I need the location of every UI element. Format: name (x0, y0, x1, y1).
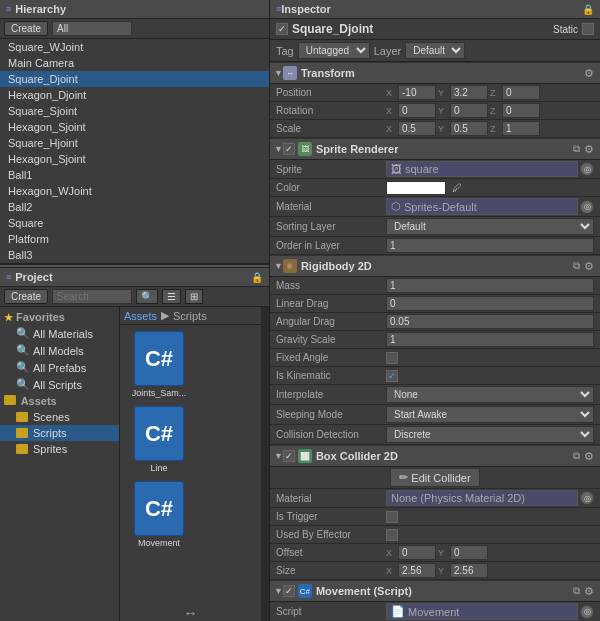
fixed-angle-checkbox[interactable] (386, 352, 398, 364)
used-by-effector-checkbox[interactable] (386, 529, 398, 541)
script-select-button[interactable]: ◎ (580, 605, 594, 619)
movement-script-copy-button[interactable]: ⧉ (571, 585, 582, 597)
color-picker-button[interactable]: 🖊 (450, 182, 464, 193)
order-input[interactable] (386, 238, 594, 253)
is-kinematic-checkbox[interactable] (386, 370, 398, 382)
is-trigger-checkbox[interactable] (386, 511, 398, 523)
object-active-checkbox[interactable] (276, 23, 288, 35)
angular-drag-row: Angular Drag (270, 313, 600, 331)
list-item[interactable]: Square_Djoint (0, 71, 269, 87)
list-item[interactable]: Platform (0, 231, 269, 247)
transform-header[interactable]: ▼ ↔ Transform ⚙ (270, 62, 600, 84)
layout-button[interactable]: ☰ (162, 289, 181, 304)
list-item[interactable]: Square (0, 215, 269, 231)
size-y-input[interactable] (450, 563, 488, 578)
list-item[interactable]: Ball2 (0, 199, 269, 215)
offset-y-input[interactable] (450, 545, 488, 560)
all-scripts-item[interactable]: 🔍 All Scripts (0, 376, 119, 393)
sprite-renderer-copy-button[interactable]: ⧉ (571, 143, 582, 155)
list-item[interactable]: Hexagon_Sjoint (0, 119, 269, 135)
asset-item[interactable]: C# Joints_Sam... (124, 329, 194, 400)
sorting-layer-dropdown[interactable]: Default (386, 218, 594, 235)
scale-y-input[interactable] (450, 121, 488, 136)
project-content: C# Joints_Sam... C# Line C# Movement (120, 325, 261, 621)
collision-dropdown[interactable]: Discrete (386, 426, 594, 443)
box-collider2d-icon: ⬜ (298, 449, 312, 463)
tag-dropdown[interactable]: Untagged (298, 42, 370, 59)
interpolate-dropdown[interactable]: None (386, 386, 594, 403)
transform-icon: ↔ (283, 66, 297, 80)
sprite-select-button[interactable]: ◎ (580, 162, 594, 176)
sprites-item[interactable]: Sprites (0, 441, 119, 457)
scale-z-input[interactable] (502, 121, 540, 136)
box-collider2d-copy-button[interactable]: ⧉ (571, 450, 582, 462)
list-item[interactable]: Square_WJoint (0, 39, 269, 55)
transform-gear-button[interactable]: ⚙ (582, 67, 596, 80)
rigidbody2d-gear-button[interactable]: ⚙ (582, 260, 596, 273)
list-item[interactable]: Hexagon_Sjoint (0, 151, 269, 167)
scenes-item[interactable]: Scenes (0, 409, 119, 425)
sleeping-mode-dropdown[interactable]: Start Awake (386, 406, 594, 423)
rigidbody2d-copy-button[interactable]: ⧉ (571, 260, 582, 272)
position-x-input[interactable] (398, 85, 436, 100)
project-search-input[interactable] (52, 289, 132, 304)
favorites-section: ★ Favorites (0, 309, 119, 325)
linear-drag-input[interactable] (386, 296, 594, 311)
position-z-input[interactable] (502, 85, 540, 100)
all-models-item[interactable]: 🔍 All Models (0, 342, 119, 359)
assets-section: Assets (0, 393, 119, 409)
list-item[interactable]: Hexagon_Djoint (0, 87, 269, 103)
inspector-lock-icon[interactable]: 🔒 (582, 4, 594, 15)
rigidbody2d-header[interactable]: ▼ ⚛ Rigidbody 2D ⧉ ⚙ (270, 255, 600, 277)
position-y-input[interactable] (450, 85, 488, 100)
horizontal-resize-handle[interactable]: ↔ (184, 605, 198, 621)
sprite-renderer-active[interactable] (283, 143, 295, 155)
color-swatch[interactable] (386, 181, 446, 195)
search-button[interactable]: 🔍 (136, 289, 158, 304)
movement-script-active[interactable] (283, 585, 295, 597)
static-checkbox[interactable] (582, 23, 594, 35)
script-row: Script 📄 Movement ◎ (270, 602, 600, 621)
position-row: Position X Y Z (270, 84, 600, 102)
columns-button[interactable]: ⊞ (185, 289, 203, 304)
edit-collider-button[interactable]: ✏ Edit Collider (390, 468, 479, 487)
movement-script-header[interactable]: ▼ C# Movement (Script) ⧉ ⚙ (270, 580, 600, 602)
box-collider2d-gear-button[interactable]: ⚙ (582, 450, 596, 463)
gravity-scale-input[interactable] (386, 332, 594, 347)
movement-script-gear-button[interactable]: ⚙ (582, 585, 596, 598)
asset-item[interactable]: C# Movement (124, 479, 194, 550)
collider-material-select-button[interactable]: ◎ (580, 491, 594, 505)
collider-material-label: Material (276, 493, 386, 504)
all-materials-item[interactable]: 🔍 All Materials (0, 325, 119, 342)
material-select-button[interactable]: ◎ (580, 200, 594, 214)
layer-dropdown[interactable]: Default (405, 42, 465, 59)
asset-item[interactable]: C# Line (124, 404, 194, 475)
hierarchy-create-button[interactable]: Create (4, 21, 48, 36)
hierarchy-search-input[interactable] (52, 21, 132, 36)
all-prefabs-item[interactable]: 🔍 All Prefabs (0, 359, 119, 376)
box-collider-active[interactable] (283, 450, 295, 462)
project-create-button[interactable]: Create (4, 289, 48, 304)
list-item[interactable]: Hexagon_WJoint (0, 183, 269, 199)
rotation-x-input[interactable] (398, 103, 436, 118)
rotation-z-input[interactable] (502, 103, 540, 118)
lock-icon[interactable]: 🔒 (251, 272, 263, 283)
scale-x-input[interactable] (398, 121, 436, 136)
list-item[interactable]: Square_Hjoint (0, 135, 269, 151)
offset-x-input[interactable] (398, 545, 436, 560)
list-item[interactable]: Main Camera (0, 55, 269, 71)
list-item[interactable]: Ball1 (0, 167, 269, 183)
sprite-renderer-gear-button[interactable]: ⚙ (582, 143, 596, 156)
box-collider2d-header[interactable]: ▼ ⬜ Box Collider 2D ⧉ ⚙ (270, 445, 600, 467)
scripts-item[interactable]: Scripts (0, 425, 119, 441)
mass-input[interactable] (386, 278, 594, 293)
project-scrollbar[interactable] (261, 307, 269, 621)
list-item[interactable]: Square_Sjoint (0, 103, 269, 119)
size-x-input[interactable] (398, 563, 436, 578)
sprite-renderer-header[interactable]: ▼ 🖼 Sprite Renderer ⧉ ⚙ (270, 138, 600, 160)
collider-material-row: Material None (Physics Material 2D) ◎ (270, 489, 600, 508)
rotation-y-input[interactable] (450, 103, 488, 118)
interpolate-row: Interpolate None (270, 385, 600, 405)
angular-drag-input[interactable] (386, 314, 594, 329)
list-item[interactable]: Ball3 (0, 247, 269, 263)
